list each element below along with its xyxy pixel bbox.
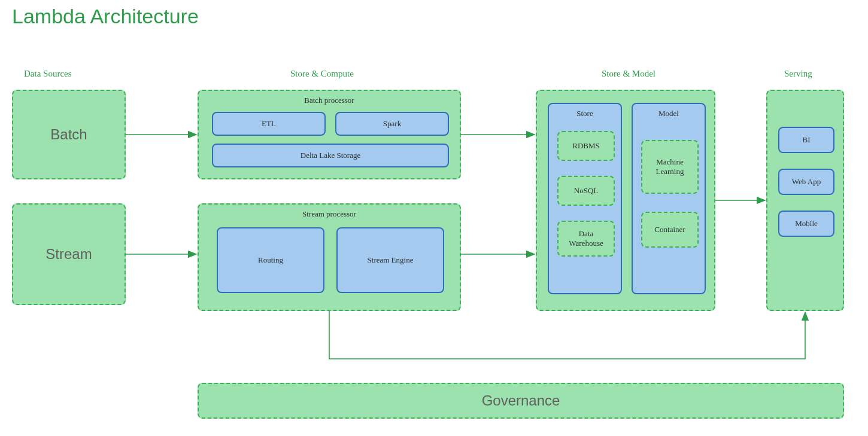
arrow-streamproc-to-serving-elbow <box>329 311 805 359</box>
sub-model-title: Model <box>633 109 705 118</box>
batch-processor: Batch processor ETL Spark Delta Lake Sto… <box>198 90 461 179</box>
tech-rdbms: RDBMS <box>557 131 615 161</box>
col-head-store-model: Store & Model <box>602 69 655 79</box>
col-head-store-compute: Store & Compute <box>290 69 354 79</box>
tech-mobile-label: Mobile <box>795 219 818 228</box>
governance-bar: Governance <box>198 383 844 419</box>
tech-container-label: Container <box>654 225 685 234</box>
tech-web-app-label: Web App <box>792 177 821 187</box>
stream-processor: Stream processor Routing Stream Engine <box>198 203 461 311</box>
sub-store-title: Store <box>549 109 621 118</box>
tech-delta-lake: Delta Lake Storage <box>212 144 449 167</box>
tech-spark: Spark <box>335 112 449 136</box>
source-batch-label: Batch <box>50 126 87 143</box>
tech-data-warehouse: Data Warehouse <box>557 221 615 257</box>
sub-model: Model Machine Learning Container <box>632 103 706 294</box>
tech-etl-label: ETL <box>262 119 276 129</box>
serving-group: BI Web App Mobile <box>766 90 844 311</box>
source-stream: Stream <box>12 203 126 305</box>
tech-routing: Routing <box>217 227 324 293</box>
tech-nosql: NoSQL <box>557 176 615 206</box>
tech-routing-label: Routing <box>258 255 283 265</box>
store-model-group: Store RDBMS NoSQL Data Warehouse Model M… <box>536 90 715 311</box>
page-title: Lambda Architecture <box>12 5 199 28</box>
tech-mobile: Mobile <box>778 211 834 237</box>
tech-nosql-label: NoSQL <box>574 186 598 196</box>
tech-web-app: Web App <box>778 169 834 195</box>
tech-rdbms-label: RDBMS <box>572 141 600 151</box>
tech-container: Container <box>641 212 699 248</box>
source-batch: Batch <box>12 90 126 179</box>
tech-delta-lake-label: Delta Lake Storage <box>301 151 360 160</box>
stream-processor-title: Stream processor <box>199 209 460 219</box>
sub-store: Store RDBMS NoSQL Data Warehouse <box>548 103 622 294</box>
tech-bi: BI <box>778 127 834 153</box>
tech-spark-label: Spark <box>383 119 401 129</box>
tech-data-warehouse-label: Data Warehouse <box>569 229 603 248</box>
tech-ml-label: Machine Learning <box>656 157 684 176</box>
tech-bi-label: BI <box>803 135 811 145</box>
tech-stream-engine: Stream Engine <box>336 227 444 293</box>
tech-etl: ETL <box>212 112 326 136</box>
source-stream-label: Stream <box>45 246 92 263</box>
tech-stream-engine-label: Stream Engine <box>368 255 414 265</box>
col-head-serving: Serving <box>784 69 812 79</box>
col-head-data-sources: Data Sources <box>24 69 72 79</box>
governance-label: Governance <box>482 392 560 409</box>
tech-machine-learning: Machine Learning <box>641 140 699 194</box>
batch-processor-title: Batch processor <box>199 96 460 105</box>
